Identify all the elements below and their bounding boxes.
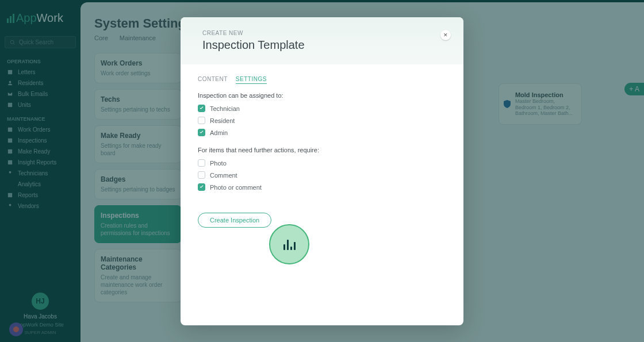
checkbox-label: Comment	[210, 172, 237, 179]
modal-tabs: CONTENT SETTINGS	[198, 76, 446, 84]
checkbox-technician[interactable]: Technician	[198, 105, 446, 112]
require-label: For items that need further actions, req…	[198, 147, 446, 153]
modal-footer: Create Inspection	[181, 213, 463, 245]
checkbox-icon	[198, 129, 205, 136]
assign-label: Inspection can be assigned to:	[198, 92, 446, 99]
checkbox-photo-or-comment[interactable]: Photo or comment	[198, 183, 446, 191]
modal-body: CONTENT SETTINGS Inspection can be assig…	[181, 64, 463, 213]
checkbox-icon	[198, 159, 205, 167]
bars-icon	[283, 239, 296, 250]
checkbox-icon	[198, 105, 205, 112]
checkbox-label: Photo or comment	[210, 184, 262, 191]
checkbox-icon	[198, 117, 205, 124]
checkbox-label: Resident	[210, 117, 235, 124]
checkbox-comment[interactable]: Comment	[198, 171, 446, 179]
checkbox-label: Photo	[210, 160, 227, 167]
checkbox-admin[interactable]: Admin	[198, 129, 446, 136]
checkbox-label: Technician	[210, 105, 240, 112]
checkbox-photo[interactable]: Photo	[198, 159, 446, 167]
require-section: For items that need further actions, req…	[198, 147, 446, 191]
assign-section: Inspection can be assigned to: Technicia…	[198, 92, 446, 136]
create-inspection-button[interactable]: Create Inspection	[198, 213, 271, 228]
modal-close-button[interactable]: ✕	[440, 30, 451, 40]
checkbox-icon	[198, 183, 205, 191]
tutorial-highlight-icon	[269, 224, 309, 264]
tab-content[interactable]: CONTENT	[198, 76, 228, 84]
modal-title: Inspection Template	[202, 39, 442, 52]
tab-settings[interactable]: SETTINGS	[236, 76, 267, 84]
close-icon: ✕	[443, 32, 448, 38]
modal-subtitle: CREATE NEW	[202, 30, 442, 36]
checkbox-icon	[198, 171, 205, 179]
modal-header: ✕ CREATE NEW Inspection Template	[181, 17, 463, 64]
checkbox-resident[interactable]: Resident	[198, 117, 446, 124]
checkbox-label: Admin	[210, 129, 228, 136]
create-inspection-modal: ✕ CREATE NEW Inspection Template CONTENT…	[181, 17, 463, 325]
